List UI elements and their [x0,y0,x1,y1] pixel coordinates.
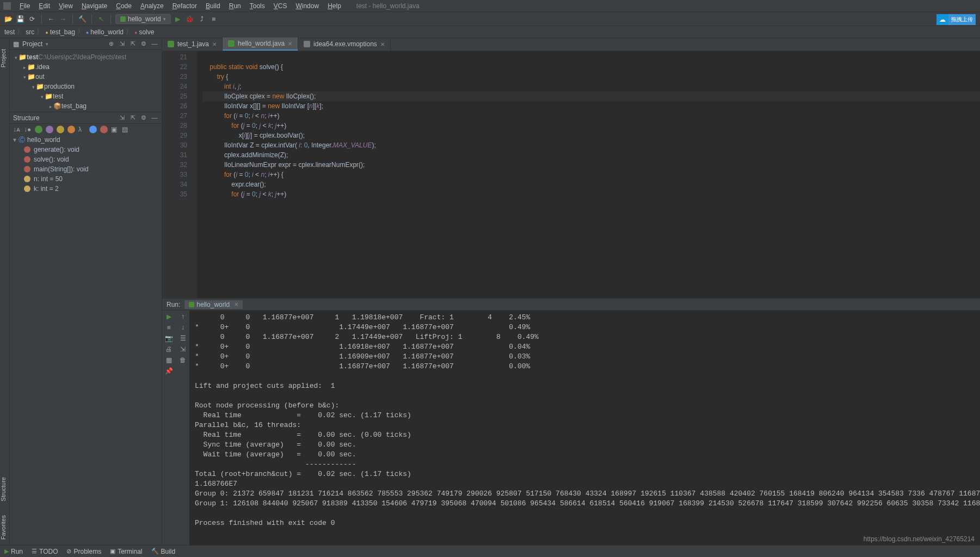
target-icon[interactable]: ⊕ [107,40,115,48]
structure-tool-button[interactable]: Structure [0,477,7,502]
menu-vcs[interactable]: VCS [269,1,292,11]
structure-tree[interactable]: ▾Ⓒhello_world generate(): void solve(): … [10,135,162,194]
status-problems[interactable]: ⊘Problems [66,548,101,555]
down-icon[interactable]: ↓ [178,324,188,331]
autoscroll-icon[interactable]: ▣ [111,126,119,133]
show-fields-icon[interactable] [57,126,64,133]
softwrap-icon[interactable]: ☰ [178,335,188,342]
rerun-icon[interactable]: ▶ [164,313,174,320]
status-run[interactable]: ▶Run [4,548,23,555]
tree-node-idea[interactable]: .idea [35,63,50,71]
cloud-label: 拖拽上传 [948,14,976,25]
close-icon[interactable]: ✕ [380,41,385,47]
stop-icon[interactable]: ■ [164,324,174,331]
show-lambdas-icon[interactable] [46,126,53,133]
breadcrumb-item[interactable]: test [4,28,15,36]
structure-member[interactable]: generate(): void [34,146,79,153]
sort-visibility-icon[interactable]: ↓● [24,126,32,133]
tree-node-out[interactable]: out [35,73,45,81]
tree-node-production[interactable]: production [44,83,75,90]
structure-member[interactable]: n: int = 50 [34,175,63,183]
refresh-icon[interactable]: ⟳ [27,14,37,24]
menu-file[interactable]: File [15,1,34,11]
tree-node-testbag[interactable]: test_bag [61,102,87,110]
show-inherited-icon[interactable] [67,126,75,133]
menu-window[interactable]: Window [291,1,323,11]
menu-code[interactable]: Code [112,1,136,11]
menu-build[interactable]: Build [201,1,225,11]
anon-icon[interactable]: λ [78,126,86,133]
run-coverage-icon[interactable]: ⤴ [197,14,207,24]
gear-icon[interactable]: ⚙ [140,40,147,48]
close-icon[interactable]: ✕ [212,41,217,47]
autoscroll2-icon[interactable]: ▤ [122,126,130,133]
tree-node-test[interactable]: test [53,92,63,100]
menu-analyze[interactable]: Analyze [136,1,168,11]
menu-tools[interactable]: Tools [245,1,269,11]
camera-icon[interactable]: 📷 [164,335,174,342]
stop-icon[interactable]: ■ [209,14,219,24]
pin-icon[interactable]: 📌 [164,367,174,375]
menu-help[interactable]: Help [323,1,346,11]
window-title: test - hello_world.java [356,2,420,10]
breadcrumb-item[interactable]: src [26,28,34,36]
left-panel: ▦ Project ▾ ⊕ ⇲ ⇱ ⚙ — 📁 test C:\Users\pc… [10,38,162,545]
show-methods-icon[interactable] [35,126,42,133]
save-all-icon[interactable]: 💾 [15,14,25,24]
expand-icon[interactable]: ⇲ [118,114,126,122]
menu-refactor[interactable]: Refactor [168,1,201,11]
scroll-icon[interactable]: ⇲ [178,345,188,353]
build-icon[interactable]: 🔨 [77,14,87,24]
status-todo[interactable]: ☰TODO [32,548,58,555]
run-icon[interactable]: ▶ [173,14,183,24]
favorites-tool-button[interactable]: Favorites [0,515,7,540]
print-icon[interactable]: 🖨 [164,345,174,353]
structure-class[interactable]: hello_world [27,136,60,144]
run-config-tab[interactable]: hello_world✕ [184,300,243,309]
hide-icon[interactable]: — [151,114,158,122]
run-output[interactable]: 0 0 1.16877e+007 1 1.19818e+007 Fract: 1… [189,311,980,545]
delete-icon[interactable]: 🗑 [178,356,188,364]
sort-az-icon[interactable]: ↓ᴀ [13,126,21,133]
status-build[interactable]: 🔨Build [151,548,176,555]
structure-member[interactable]: main(String[]): void [34,165,89,173]
close-icon[interactable]: ✕ [234,301,238,307]
layout-icon[interactable]: ▦ [164,356,174,364]
breadcrumb-item[interactable]: hello_world [86,28,124,36]
status-terminal[interactable]: ▣Terminal [110,548,142,555]
project-root-name[interactable]: test [27,53,38,61]
up-icon[interactable]: ↑ [178,313,188,320]
project-root-path: C:\Users\pc2\IdeaProjects\test [38,53,126,61]
run-config-selector[interactable]: hello_world [115,14,171,24]
collapse-icon[interactable]: ⇱ [129,114,137,122]
hide-icon[interactable]: — [151,40,158,48]
menu-run[interactable]: Run [225,1,245,11]
collapse-icon[interactable]: ⇱ [129,40,137,48]
editor-code[interactable]: public static void solve() { try { int i… [197,51,980,298]
project-tool-button[interactable]: Project [0,49,7,67]
editor-tab[interactable]: idea64.exe.vmoptions✕ [298,38,391,51]
dropdown-icon[interactable]: ▾ [46,41,48,47]
cloud-upload-button[interactable]: ☁ 拖拽上传 [936,14,976,25]
menu-edit[interactable]: Edit [34,1,54,11]
show-properties-icon[interactable] [100,126,108,133]
back-icon[interactable]: ← [46,14,56,24]
select-icon[interactable]: ↖ [96,14,106,24]
forward-icon[interactable]: → [58,14,68,24]
structure-member[interactable]: solve(): void [34,156,69,163]
debug-icon[interactable]: 🐞 [185,14,195,24]
menu-navigate[interactable]: Navigate [77,1,112,11]
open-icon[interactable]: 📂 [3,14,13,24]
editor-tab[interactable]: test_1.java✕ [162,38,223,51]
gear-icon[interactable]: ⚙ [140,114,147,122]
breadcrumb-item[interactable]: solve [134,28,154,36]
close-icon[interactable]: ✕ [288,41,292,47]
editor-tab[interactable]: hello_world.java✕ [223,38,298,51]
structure-member[interactable]: k: int = 2 [34,185,59,193]
breadcrumb-item[interactable]: test_bag [45,28,75,36]
expand-icon[interactable]: ⇲ [118,40,126,48]
show-nonpublic-icon[interactable] [89,126,97,133]
menu-view[interactable]: View [54,1,77,11]
editor-body[interactable]: 212223242526272829303132333435 public st… [162,51,980,298]
project-tree[interactable]: 📁 test C:\Users\pc2\IdeaProjects\test 📁 … [10,50,162,112]
